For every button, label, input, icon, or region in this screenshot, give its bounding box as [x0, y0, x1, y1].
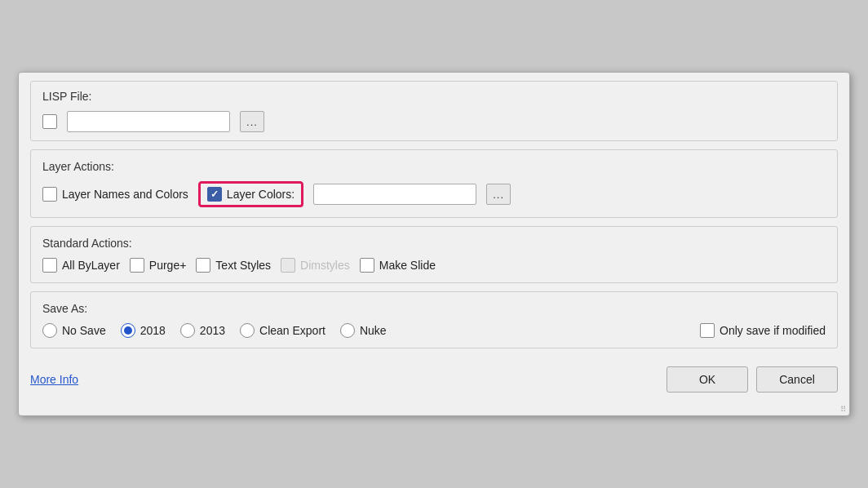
- standard-action-2-wrap[interactable]: Text Styles: [196, 258, 271, 273]
- layer-colors-checkbox[interactable]: [207, 187, 222, 202]
- resize-handle[interactable]: ⠿: [19, 404, 849, 415]
- save-as-option-0-radio[interactable]: [42, 323, 57, 338]
- lisp-file-title: LISP File:: [42, 90, 826, 103]
- layer-colors-browse-button[interactable]: ...: [486, 184, 511, 205]
- standard-action-3-label: Dimstyles: [300, 259, 350, 272]
- layer-names-checkbox-wrap[interactable]: Layer Names and Colors: [42, 187, 188, 202]
- only-save-modified-wrap[interactable]: Only save if modified: [700, 323, 826, 338]
- layer-colors-checkbox-wrap[interactable]: Layer Colors:: [207, 187, 294, 202]
- layer-colors-highlight: Layer Colors:: [198, 181, 303, 207]
- save-as-row: No Save20182013Clean ExportNukeOnly save…: [42, 323, 826, 338]
- layer-actions-section: Layer Actions: Layer Names and Colors La…: [30, 149, 838, 218]
- standard-action-1-wrap[interactable]: Purge+: [130, 258, 187, 273]
- layer-names-checkbox[interactable]: [42, 187, 57, 202]
- lisp-file-input[interactable]: [67, 111, 230, 132]
- save-as-option-3-label: Clean Export: [259, 324, 326, 337]
- layer-names-label: Layer Names and Colors: [62, 188, 188, 201]
- save-as-option-2-label: 2013: [200, 324, 225, 337]
- main-dialog: LISP File: ... Layer Actions: Layer Name…: [18, 72, 850, 416]
- save-as-title: Save As:: [42, 302, 826, 315]
- lisp-file-checkbox[interactable]: [42, 114, 57, 129]
- lisp-file-section: LISP File: ...: [30, 81, 838, 141]
- save-as-option-3-radio[interactable]: [240, 323, 255, 338]
- standard-action-3-checkbox: [281, 258, 295, 273]
- footer: More Info OK Cancel: [19, 357, 849, 404]
- standard-action-4-checkbox[interactable]: [360, 258, 374, 273]
- layer-colors-input[interactable]: [313, 184, 476, 205]
- standard-action-1-label: Purge+: [149, 259, 187, 272]
- save-as-option-2-radio[interactable]: [180, 323, 195, 338]
- save-as-option-4-wrap[interactable]: Nuke: [340, 323, 387, 338]
- standard-actions-row: All ByLayerPurge+Text StylesDimstylesMak…: [42, 258, 826, 273]
- layer-actions-title: Layer Actions:: [42, 160, 826, 173]
- standard-actions-title: Standard Actions:: [42, 237, 826, 250]
- standard-action-0-wrap[interactable]: All ByLayer: [42, 258, 120, 273]
- standard-action-0-label: All ByLayer: [62, 259, 120, 272]
- standard-actions-section: Standard Actions: All ByLayerPurge+Text …: [30, 226, 838, 283]
- save-as-option-0-wrap[interactable]: No Save: [42, 323, 106, 338]
- lisp-file-row: ...: [42, 111, 826, 132]
- standard-action-2-checkbox[interactable]: [196, 258, 210, 273]
- standard-action-4-label: Make Slide: [379, 259, 436, 272]
- save-as-option-3-wrap[interactable]: Clean Export: [240, 323, 326, 338]
- save-as-option-1-wrap[interactable]: 2018: [121, 323, 166, 338]
- save-as-option-2-wrap[interactable]: 2013: [180, 323, 225, 338]
- standard-action-2-label: Text Styles: [215, 259, 271, 272]
- save-as-section: Save As: No Save20182013Clean ExportNuke…: [30, 291, 838, 348]
- save-as-option-0-label: No Save: [62, 324, 106, 337]
- only-save-modified-checkbox[interactable]: [700, 323, 715, 338]
- layer-actions-row: Layer Names and Colors Layer Colors: ...: [42, 181, 826, 207]
- standard-action-1-checkbox[interactable]: [130, 258, 144, 273]
- standard-action-4-wrap[interactable]: Make Slide: [360, 258, 436, 273]
- ok-button[interactable]: OK: [666, 366, 748, 393]
- save-as-option-1-label: 2018: [140, 324, 166, 337]
- save-as-option-4-label: Nuke: [360, 324, 387, 337]
- standard-action-0-checkbox[interactable]: [42, 258, 57, 273]
- resize-dots-icon: ⠿: [840, 406, 846, 414]
- more-info-link[interactable]: More Info: [30, 373, 78, 386]
- layer-colors-label: Layer Colors:: [227, 188, 294, 201]
- standard-action-3-wrap: Dimstyles: [281, 258, 350, 273]
- cancel-button[interactable]: Cancel: [756, 366, 838, 393]
- footer-buttons: OK Cancel: [666, 366, 838, 393]
- save-as-option-1-radio[interactable]: [121, 323, 135, 338]
- only-save-modified-label: Only save if modified: [720, 324, 826, 337]
- lisp-file-browse-button[interactable]: ...: [240, 111, 264, 132]
- save-as-option-4-radio[interactable]: [340, 323, 355, 338]
